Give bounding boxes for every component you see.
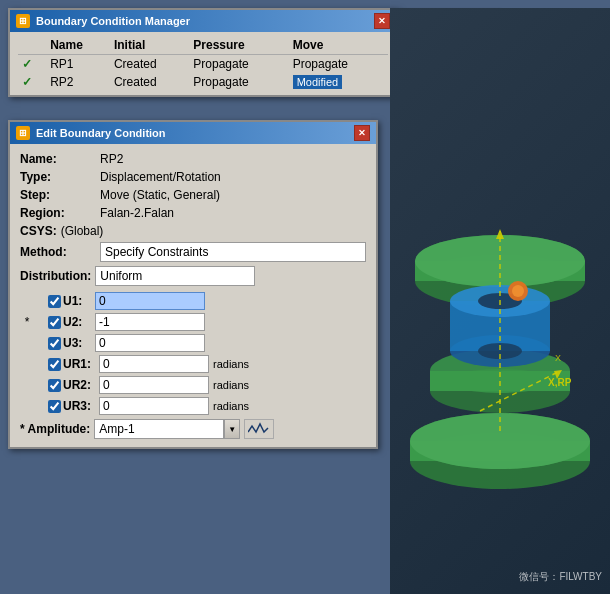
col-header-pressure: Pressure	[189, 36, 288, 55]
step-value: Move (Static, General)	[100, 188, 366, 202]
ur1-checkbox[interactable]	[48, 358, 61, 371]
dist-input[interactable]	[95, 266, 255, 286]
method-input[interactable]	[100, 242, 366, 262]
ur2-unit: radians	[213, 379, 249, 391]
col-header-check	[18, 36, 46, 55]
ur1-unit: radians	[213, 358, 249, 370]
field-type: Type: Displacement/Rotation	[20, 170, 366, 184]
u1-star	[20, 294, 34, 308]
u2-input[interactable]	[95, 313, 205, 331]
col-header-initial: Initial	[110, 36, 189, 55]
table-row[interactable]: ✓ RP1 Created Propagate Propagate	[18, 55, 388, 74]
field-csys: CSYS: (Global)	[20, 224, 366, 238]
edit-dialog-title: Edit Boundary Condition	[36, 127, 166, 139]
row1-name: RP1	[46, 55, 110, 74]
3d-viewport: X,RP X 微信号：FILWTBY	[390, 8, 610, 594]
edit-content: Name: RP2 Type: Displacement/Rotation St…	[10, 144, 376, 447]
svg-marker-20	[496, 229, 504, 239]
row1-check: ✓	[18, 55, 46, 74]
field-method: Method:	[20, 242, 366, 262]
u2-star: *	[20, 315, 34, 329]
main-window: ⊞ Boundary Condition Manager ✕ Name Init…	[8, 8, 398, 97]
main-title-bar: ⊞ Boundary Condition Manager ✕	[10, 10, 396, 32]
u2-label: U2:	[63, 315, 95, 329]
dist-label: Distribution:	[20, 269, 91, 283]
dof-row-u2: * U2:	[20, 313, 366, 331]
watermark: 微信号：FILWTBY	[519, 570, 602, 584]
u2-checkbox[interactable]	[48, 316, 61, 329]
u1-input[interactable]	[95, 292, 205, 310]
dof-row-ur1: UR1: radians	[20, 355, 366, 373]
csys-label: CSYS:	[20, 224, 57, 238]
name-label: Name:	[20, 152, 100, 166]
ur1-label: UR1:	[63, 357, 99, 371]
u3-checkbox[interactable]	[48, 337, 61, 350]
ur2-star	[20, 378, 34, 392]
ur3-unit: radians	[213, 400, 249, 412]
csys-value: (Global)	[61, 224, 104, 238]
edit-close-button[interactable]: ✕	[354, 125, 370, 141]
row1-move: Propagate	[289, 55, 388, 74]
u3-star	[20, 336, 34, 350]
name-value: RP2	[100, 152, 366, 166]
col-header-name: Name	[46, 36, 110, 55]
svg-point-10	[415, 235, 585, 287]
ur3-checkbox[interactable]	[48, 400, 61, 413]
ur2-checkbox[interactable]	[48, 379, 61, 392]
u1-checkbox[interactable]	[48, 295, 61, 308]
u3-input[interactable]	[95, 334, 205, 352]
step-label: Step:	[20, 188, 100, 202]
table-row[interactable]: ✓ RP2 Created Propagate Modified	[18, 73, 388, 91]
dof-row-u1: U1:	[20, 292, 366, 310]
amplitude-dropdown-arrow[interactable]: ▼	[224, 419, 240, 439]
ur3-input[interactable]	[99, 397, 209, 415]
amplitude-input[interactable]	[94, 419, 224, 439]
main-window-title: Boundary Condition Manager	[36, 15, 190, 27]
svg-point-17	[512, 285, 524, 297]
row2-initial: Created	[110, 73, 189, 91]
row2-name: RP2	[46, 73, 110, 91]
ur3-label: UR3:	[63, 399, 99, 413]
u3-label: U3:	[63, 336, 95, 350]
ur1-star	[20, 357, 34, 371]
bc-table: Name Initial Pressure Move ✓ RP1 Created…	[18, 36, 388, 91]
main-close-button[interactable]: ✕	[374, 13, 390, 29]
window-icon: ⊞	[16, 14, 30, 28]
region-value: Falan-2.Falan	[100, 206, 366, 220]
field-region: Region: Falan-2.Falan	[20, 206, 366, 220]
row2-pressure: Propagate	[189, 73, 288, 91]
field-distribution: Distribution:	[20, 266, 366, 286]
row1-pressure: Propagate	[189, 55, 288, 74]
method-label: Method:	[20, 245, 100, 259]
viz-area: X,RP X	[400, 68, 600, 554]
edit-title-bar: ⊞ Edit Boundary Condition ✕	[10, 122, 376, 144]
dof-row-ur3: UR3: radians	[20, 397, 366, 415]
svg-text:X: X	[555, 353, 561, 363]
row1-initial: Created	[110, 55, 189, 74]
bc-table-area: Name Initial Pressure Move ✓ RP1 Created…	[10, 32, 396, 95]
svg-text:X,RP: X,RP	[548, 377, 572, 388]
type-value: Displacement/Rotation	[100, 170, 366, 184]
region-label: Region:	[20, 206, 100, 220]
amplitude-label: * Amplitude:	[20, 422, 90, 436]
amplitude-row: * Amplitude: ▼	[20, 419, 366, 439]
row2-check: ✓	[18, 73, 46, 91]
edit-dialog: ⊞ Edit Boundary Condition ✕ Name: RP2 Ty…	[8, 120, 378, 449]
dof-row-ur2: UR2: radians	[20, 376, 366, 394]
amplitude-waveform-icon[interactable]	[244, 419, 274, 439]
ur2-input[interactable]	[99, 376, 209, 394]
row2-move: Modified	[289, 73, 388, 91]
field-name: Name: RP2	[20, 152, 366, 166]
edit-window-icon: ⊞	[16, 126, 30, 140]
3d-scene: X,RP X	[400, 81, 600, 541]
u1-label: U1:	[63, 294, 95, 308]
field-step: Step: Move (Static, General)	[20, 188, 366, 202]
ur3-star	[20, 399, 34, 413]
ur2-label: UR2:	[63, 378, 99, 392]
ur1-input[interactable]	[99, 355, 209, 373]
dof-row-u3: U3:	[20, 334, 366, 352]
col-header-move: Move	[289, 36, 388, 55]
type-label: Type:	[20, 170, 100, 184]
